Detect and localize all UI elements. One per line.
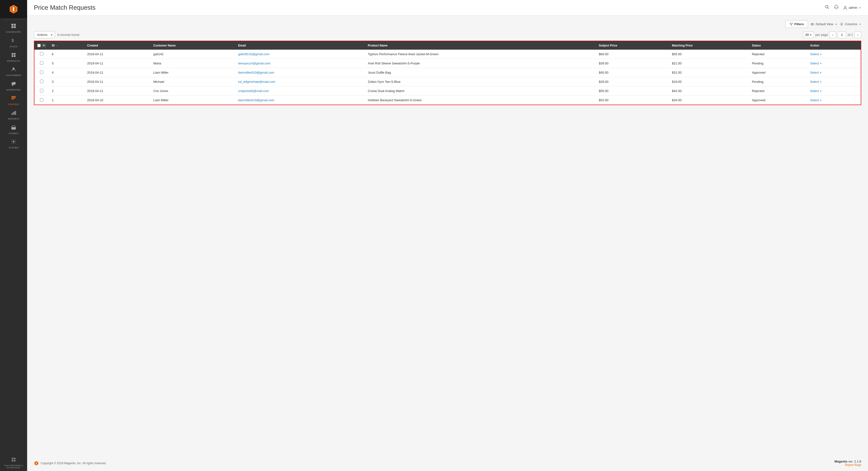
actions-select[interactable]: Actions [34,31,55,38]
products-icon [11,52,16,59]
row-subject-price: $29.00 [596,77,669,87]
page-number-input[interactable] [837,31,846,38]
action-chevron-icon [819,71,822,74]
row-customer-name: Maria [150,59,235,68]
row-checkbox[interactable] [40,52,43,56]
th-id[interactable]: ID ↑ [49,41,84,50]
view-selector[interactable]: Default View [810,22,837,26]
per-page-select-wrapper[interactable]: 20 30 50 ▼ [803,31,814,38]
sidebar-item-content[interactable]: CONTENT [0,93,27,108]
row-email: tut_tefgmichael@mail.com [235,77,365,87]
svg-rect-16 [11,96,16,97]
pagination: 20 30 50 ▼ per page ‹ of 1 › [803,31,861,38]
svg-rect-28 [14,460,16,462]
report-bugs-link[interactable]: Report Bugs [845,463,861,467]
row-status: Pending [749,77,807,87]
row-checkbox[interactable] [40,70,43,74]
row-action-link[interactable]: Select [810,62,858,65]
table-row: 6 2018-04-11 gail142 gailrdf142@gmail.co… [34,50,861,59]
sidebar-item-system-label: SYSTEM [9,147,19,149]
svg-rect-15 [12,85,13,86]
find-partners-icon [11,457,16,464]
row-checkbox-cell [34,87,49,96]
row-email: crisjonest6@mail.com [235,87,365,96]
select-all-dropdown[interactable]: ▼ [42,43,46,47]
sidebar-item-products[interactable]: PRODUCTS [0,50,27,64]
actions-select-wrapper[interactable]: Actions ▼ [34,31,55,38]
customers-icon [11,67,16,73]
svg-rect-27 [11,460,13,462]
eye-icon [810,22,814,26]
th-product-name[interactable]: Product Name [365,41,596,50]
system-icon [11,139,16,146]
action-chevron-icon [819,81,822,83]
row-action-link[interactable]: Select [810,52,858,56]
grid-toolbar: Actions ▼ 6 records found 20 30 50 ▼ [34,31,861,38]
th-action: Action [807,41,861,50]
row-matching-price: $42.00 [669,87,749,96]
sidebar-item-reports[interactable]: REPORTS [0,108,27,122]
per-page-select[interactable]: 20 30 50 [803,31,814,38]
sort-icon: ↑ [56,44,58,47]
filters-button[interactable]: Filters [785,20,808,28]
th-created[interactable]: Created [84,41,150,50]
next-page-button[interactable]: › [855,31,861,38]
row-checkbox-cell [34,59,49,68]
row-customer-name: Liam Miller [150,68,235,77]
svg-point-24 [13,141,14,143]
page-of-label: of 1 [848,33,853,37]
search-icon[interactable] [825,5,830,11]
row-action-link[interactable]: Select [810,80,858,84]
row-customer-name: Cris Jones [150,87,235,96]
select-all-checkbox[interactable] [37,44,41,47]
row-created: 2018-04-11 [84,77,150,87]
prev-page-button[interactable]: ‹ [829,31,836,38]
sidebar-item-sales[interactable]: $ SALES [0,35,27,50]
th-checkbox: ▼ [34,41,49,50]
row-action-link[interactable]: Select [810,89,858,93]
th-created-label: Created [87,44,98,47]
th-subject-price[interactable]: Subject Price [596,41,669,50]
action-chevron-icon [819,99,822,101]
row-id: 2 [49,87,84,96]
row-action-link[interactable]: Select [810,71,858,74]
columns-button[interactable]: Columns [840,22,861,26]
th-customer-name[interactable]: Customer Name [150,41,235,50]
row-checkbox-cell [34,50,49,59]
row-matching-price: $19.00 [669,77,749,87]
row-subject-price: $45.00 [596,68,669,77]
row-checkbox-cell [34,96,49,105]
row-created: 2018-04-11 [84,87,150,96]
bell-icon[interactable] [834,5,839,11]
content-icon [11,96,16,102]
sidebar-item-dashboard[interactable]: DASHBOARD [0,21,27,35]
th-status[interactable]: Status [749,41,807,50]
row-id: 3 [49,77,84,87]
row-checkbox-cell [34,77,49,87]
sidebar-item-customers[interactable]: CUSTOMERS [0,64,27,79]
sidebar-item-find-partners[interactable]: FIND PARTNERS & EXTENSIONS [0,454,27,471]
th-matching-price[interactable]: Matching Price [669,41,749,50]
row-checkbox[interactable] [40,89,43,92]
row-subject-price: $39.00 [596,59,669,68]
th-email[interactable]: Email [235,41,365,50]
user-menu[interactable]: admin [843,6,861,10]
row-action: Select [807,96,861,105]
row-checkbox[interactable] [40,98,43,101]
sidebar-item-stores[interactable]: STORES [0,122,27,137]
row-product-name: Hollister Backyard Sweatshirt-S-Green [365,96,596,105]
row-checkbox-cell [34,68,49,77]
filters-label: Filters [795,22,804,26]
per-page-wrapper: 20 30 50 ▼ per page [803,31,828,38]
row-checkbox[interactable] [40,61,43,65]
sidebar-item-system[interactable]: SYSTEM [0,136,27,151]
row-matching-price: $31.00 [669,68,749,77]
row-checkbox[interactable] [40,80,43,83]
row-action-link[interactable]: Select [810,98,858,102]
svg-point-32 [844,6,846,8]
table-row: 1 2018-04-10 Liam Miller liammiller619@g… [34,96,861,105]
footer-logo-icon [34,461,39,466]
filter-icon [789,23,793,26]
sidebar-item-marketing[interactable]: MARKETING [0,79,27,93]
chevron-down-icon [859,6,861,9]
